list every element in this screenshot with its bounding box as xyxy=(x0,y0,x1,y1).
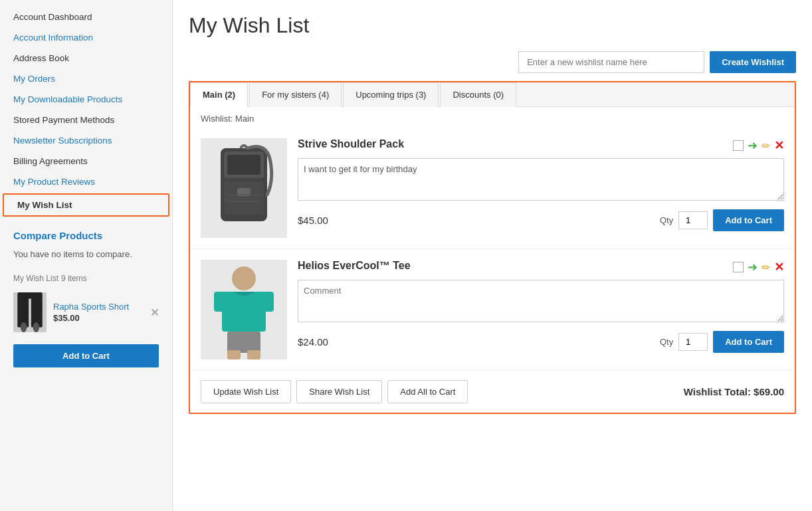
wishlist-action-buttons: Update Wish List Share Wish List Add All… xyxy=(201,380,468,403)
product-details-helios: Helios EverCool™ Tee ➜ ✏ ✕ $24.00 Qty xyxy=(298,260,784,353)
sidebar-remove-item-button[interactable]: ✕ xyxy=(150,306,159,319)
update-wish-list-button[interactable]: Update Wish List xyxy=(201,380,291,403)
wishlist-item-helios-tee: Helios EverCool™ Tee ➜ ✏ ✕ $24.00 Qty xyxy=(190,249,795,371)
tab-for-my-sisters[interactable]: For my sisters (4) xyxy=(249,82,342,107)
sidebar-link-my-orders[interactable]: My Orders xyxy=(0,68,172,89)
sidebar-item-product-reviews[interactable]: My Product Reviews xyxy=(0,171,172,192)
sidebar: Account Dashboard Account Information Ad… xyxy=(0,0,173,511)
sidebar-link-account-dashboard[interactable]: Account Dashboard xyxy=(0,7,172,27)
product-top-row-strive: Strive Shoulder Pack ➜ ✏ ✕ xyxy=(298,138,784,153)
sidebar-add-to-cart-button[interactable]: Add to Cart xyxy=(13,344,159,367)
compare-products-title: Compare Products xyxy=(0,218,172,245)
wishlist-tabs: Main (2) For my sisters (4) Upcoming tri… xyxy=(190,82,795,107)
tab-upcoming-trips[interactable]: Upcoming trips (3) xyxy=(343,82,439,107)
move-to-cart-icon-strive[interactable]: ➜ xyxy=(748,138,758,153)
svg-rect-1 xyxy=(17,298,29,316)
product-cart-row-strive: Qty Add to Cart xyxy=(660,209,784,231)
svg-rect-9 xyxy=(227,155,260,175)
delete-icon-strive[interactable]: ✕ xyxy=(774,138,784,153)
main-content: My Wish List Create Wishlist Main (2) Fo… xyxy=(173,0,812,511)
svg-rect-16 xyxy=(214,292,226,312)
product-comment-helios[interactable] xyxy=(298,280,784,322)
product-select-checkbox-strive[interactable] xyxy=(733,140,744,151)
qty-input-helios[interactable] xyxy=(678,333,708,351)
move-to-cart-icon-helios[interactable]: ➜ xyxy=(748,260,758,274)
product-bottom-row-helios: $24.00 Qty Add to Cart xyxy=(298,331,784,353)
sidebar-item-downloadable-products[interactable]: My Downloadable Products xyxy=(0,89,172,110)
sidebar-link-downloadable-products[interactable]: My Downloadable Products xyxy=(0,89,172,110)
product-comment-strive[interactable]: I want to get it for my birthday xyxy=(298,158,784,201)
wishlist-total-label: Wishlist Total: xyxy=(684,386,751,397)
qty-label-strive: Qty xyxy=(660,215,673,225)
sidebar-link-address-book[interactable]: Address Book xyxy=(0,48,172,68)
wishlist-total: Wishlist Total: $69.00 xyxy=(474,386,784,397)
product-image-helios xyxy=(201,260,287,359)
sidebar-item-my-wish-list[interactable]: My Wish List xyxy=(3,193,169,217)
share-wish-list-button[interactable]: Share Wish List xyxy=(296,380,382,403)
svg-point-5 xyxy=(21,322,27,332)
svg-rect-20 xyxy=(247,350,260,359)
wishlist-toolbar: Create Wishlist xyxy=(189,51,796,73)
sidebar-link-account-information[interactable]: Account Information xyxy=(0,27,172,48)
sidebar-wishlist-title: My Wish List 9 items xyxy=(0,263,172,288)
add-to-cart-button-helios[interactable]: Add to Cart xyxy=(713,331,784,353)
wishlist-footer: Update Wish List Share Wish List Add All… xyxy=(190,371,795,413)
product-icons-helios: ➜ ✏ ✕ xyxy=(733,260,784,274)
svg-rect-17 xyxy=(262,292,274,312)
product-price-strive: $45.00 xyxy=(298,215,328,226)
product-price-helios: $24.00 xyxy=(298,336,328,348)
edit-icon-helios[interactable]: ✏ xyxy=(761,261,770,274)
strive-bag-icon xyxy=(207,142,280,235)
svg-rect-18 xyxy=(227,332,260,353)
sidebar-link-newsletter[interactable]: Newsletter Subscriptions xyxy=(0,130,172,151)
sidebar-product-info: Rapha Sports Short $35.00 xyxy=(53,302,144,323)
product-icons-strive: ➜ ✏ ✕ xyxy=(733,138,784,153)
create-wishlist-button[interactable]: Create Wishlist xyxy=(710,51,796,73)
wishlist-name-input[interactable] xyxy=(518,51,704,73)
svg-point-6 xyxy=(33,322,39,332)
tab-main[interactable]: Main (2) xyxy=(190,82,248,107)
tab-discounts[interactable]: Discounts (0) xyxy=(440,82,516,107)
product-cart-row-helios: Qty Add to Cart xyxy=(660,331,784,353)
sidebar-item-address-book[interactable]: Address Book xyxy=(0,48,172,68)
sidebar-nav: Account Dashboard Account Information Ad… xyxy=(0,7,172,217)
qty-input-strive[interactable] xyxy=(678,211,708,229)
add-all-to-cart-button[interactable]: Add All to Cart xyxy=(387,380,468,403)
sidebar-item-account-information[interactable]: Account Information xyxy=(0,27,172,48)
wishlist-item-strive-shoulder-pack: Strive Shoulder Pack ➜ ✏ ✕ I want to get… xyxy=(190,128,795,249)
edit-icon-strive[interactable]: ✏ xyxy=(761,140,770,152)
sidebar-item-account-dashboard[interactable]: Account Dashboard xyxy=(0,7,172,27)
sidebar-item-stored-payment[interactable]: Stored Payment Methods xyxy=(0,110,172,130)
sidebar-item-my-orders[interactable]: My Orders xyxy=(0,68,172,89)
product-details-strive: Strive Shoulder Pack ➜ ✏ ✕ I want to get… xyxy=(298,138,784,231)
product-select-checkbox-helios[interactable] xyxy=(733,262,744,272)
sidebar-link-my-wish-list[interactable]: My Wish List xyxy=(4,195,168,215)
product-top-row-helios: Helios EverCool™ Tee ➜ ✏ ✕ xyxy=(298,260,784,274)
add-to-cart-button-strive[interactable]: Add to Cart xyxy=(713,209,784,231)
product-name-strive: Strive Shoulder Pack xyxy=(298,138,404,150)
wishlist-header: Wishlist: Main xyxy=(190,107,795,128)
svg-rect-15 xyxy=(222,292,266,332)
compare-empty-text: You have no items to compare. xyxy=(0,245,172,263)
sidebar-link-billing-agreements[interactable]: Billing Agreements xyxy=(0,151,172,171)
qty-label-helios: Qty xyxy=(660,337,673,347)
sidebar-product-price: $35.00 xyxy=(53,313,144,323)
wishlist-total-value: $69.00 xyxy=(754,386,784,397)
sidebar-link-product-reviews[interactable]: My Product Reviews xyxy=(0,171,172,192)
wishlist-box: Main (2) For my sisters (4) Upcoming tri… xyxy=(189,81,796,414)
sidebar-item-billing-agreements[interactable]: Billing Agreements xyxy=(0,151,172,171)
page-title: My Wish List xyxy=(189,13,796,38)
product-name-helios: Helios EverCool™ Tee xyxy=(298,260,411,272)
product-bottom-row-strive: $45.00 Qty Add to Cart xyxy=(298,209,784,231)
sidebar-wishlist-item: Rapha Sports Short $35.00 ✕ xyxy=(0,288,172,336)
delete-icon-helios[interactable]: ✕ xyxy=(774,260,784,274)
product-image-strive xyxy=(201,138,287,238)
svg-rect-2 xyxy=(31,298,43,316)
svg-point-14 xyxy=(232,266,256,290)
svg-rect-19 xyxy=(227,350,241,359)
svg-rect-10 xyxy=(224,181,264,215)
sidebar-product-name: Rapha Sports Short xyxy=(53,302,144,312)
shorts-image-icon xyxy=(14,292,46,332)
sidebar-link-stored-payment[interactable]: Stored Payment Methods xyxy=(0,110,172,130)
sidebar-item-newsletter[interactable]: Newsletter Subscriptions xyxy=(0,130,172,151)
